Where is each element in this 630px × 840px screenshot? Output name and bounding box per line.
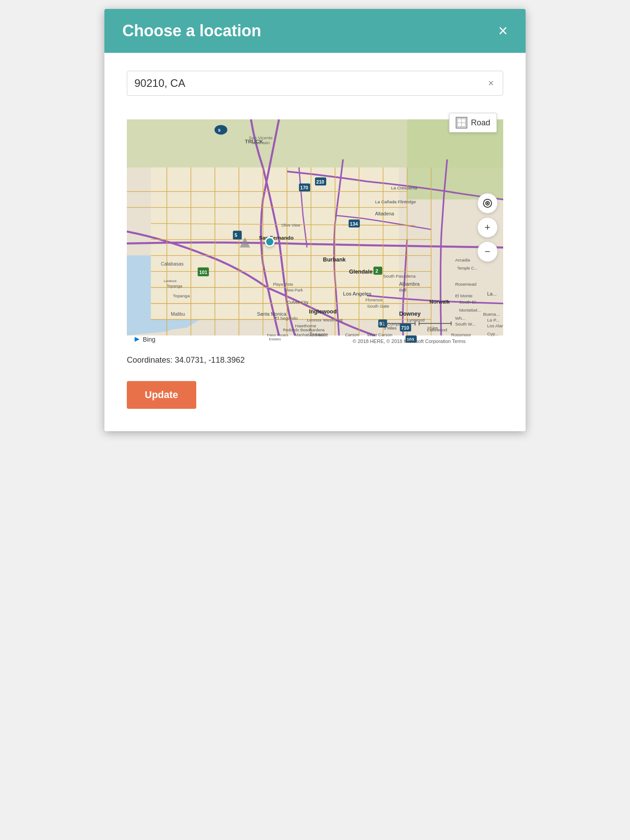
svg-text:Mountain: Mountain [252, 140, 270, 145]
svg-text:Rosemead: Rosemead [455, 282, 476, 287]
svg-text:Olive View: Olive View [281, 223, 301, 227]
svg-text:San Fernando: San Fernando [259, 235, 293, 240]
svg-text:El Segundo: El Segundo [275, 316, 298, 321]
svg-text:Topanga: Topanga [167, 284, 182, 288]
svg-text:Buena...: Buena... [483, 312, 500, 317]
svg-text:Topanga: Topanga [173, 293, 190, 298]
svg-text:La P...: La P... [487, 317, 499, 322]
svg-text:Temple C...: Temple C... [457, 266, 477, 270]
svg-text:Norwalk: Norwalk [430, 299, 450, 304]
svg-text:Inglewood: Inglewood [309, 309, 337, 315]
bing-b-icon: ► [133, 334, 141, 344]
svg-text:Glendale: Glendale [349, 269, 373, 275]
location-dot [265, 237, 275, 247]
modal-body: × [104, 53, 526, 431]
svg-text:Malibu: Malibu [171, 311, 185, 317]
bing-label: Bing [143, 336, 155, 343]
svg-text:Burbank: Burbank [323, 257, 346, 263]
svg-text:710: 710 [401, 325, 409, 330]
map-container[interactable]: San Fernando Burbank Glendale Calabasas … [127, 107, 503, 348]
close-button[interactable]: × [498, 23, 508, 39]
svg-text:Altadena: Altadena [375, 211, 394, 216]
road-label: Road [471, 118, 490, 128]
svg-text:5: 5 [234, 232, 237, 238]
svg-text:5 Miles: 5 Miles [384, 326, 397, 330]
svg-text:Manhattan Beach: Manhattan Beach [295, 333, 326, 337]
svg-text:2: 2 [375, 268, 378, 274]
svg-text:10 km: 10 km [427, 326, 438, 330]
svg-text:Alhambra: Alhambra [399, 281, 420, 287]
svg-text:Arcadia: Arcadia [455, 257, 470, 262]
map-copyright: © 2018 HERE, © 2018 Microsoft Corporatio… [315, 339, 503, 344]
svg-text:Montebel...: Montebel... [459, 308, 481, 313]
svg-text:Redondo Beach: Redondo Beach [283, 328, 312, 332]
svg-text:170: 170 [300, 185, 308, 190]
svg-text:Cyp...: Cyp... [487, 331, 499, 336]
svg-text:El Monte: El Monte [455, 293, 473, 298]
svg-text:Westmont: Westmont [323, 317, 343, 322]
svg-text:La Cañada Flintridge: La Cañada Flintridge [375, 199, 416, 204]
zoom-in-button[interactable]: + [477, 217, 498, 238]
svg-text:Rossmoor: Rossmoor [451, 332, 471, 337]
clear-search-button[interactable]: × [486, 76, 496, 91]
svg-text:Wh...: Wh... [455, 316, 466, 321]
svg-text:South W...: South W... [455, 321, 475, 326]
svg-text:La Crescenta: La Crescenta [391, 185, 418, 190]
svg-text:South Gate: South Gate [367, 304, 389, 309]
svg-text:Bell: Bell [399, 287, 406, 292]
svg-text:Los Alamit...: Los Alamit... [487, 323, 503, 328]
svg-text:Calabasas: Calabasas [161, 261, 184, 266]
svg-text:Estates: Estates [269, 337, 281, 341]
svg-text:Lennox: Lennox [307, 317, 321, 322]
road-view-button[interactable]: Road [449, 113, 497, 133]
svg-text:La...: La... [487, 291, 496, 296]
modal-header: Choose a location × [104, 9, 526, 53]
coordinates-display: Coordinates: 34.0731, -118.3962 [127, 356, 503, 365]
svg-text:San Vicente: San Vicente [249, 135, 273, 140]
locate-me-button[interactable] [477, 193, 498, 214]
zoom-out-button[interactable]: − [477, 241, 498, 262]
svg-text:View Park: View Park [285, 288, 303, 292]
svg-text:Lookout: Lookout [164, 279, 177, 283]
svg-point-82 [215, 125, 228, 134]
search-input[interactable] [134, 77, 486, 90]
svg-text:Lynwood: Lynwood [407, 317, 425, 322]
svg-text:Playa Vista: Playa Vista [273, 282, 293, 287]
svg-text:South El...: South El... [459, 300, 479, 304]
search-container: × [127, 71, 503, 96]
update-button[interactable]: Update [127, 381, 196, 409]
road-icon [456, 117, 467, 129]
location-modal: Choose a location × × [104, 9, 526, 431]
svg-text:5: 5 [218, 128, 221, 133]
svg-text:West Carson: West Carson [367, 332, 393, 337]
svg-point-118 [487, 202, 488, 204]
svg-text:134: 134 [350, 221, 358, 227]
svg-text:Carson: Carson [345, 332, 359, 337]
map-controls: + − [477, 193, 498, 262]
svg-text:Palos Verdes: Palos Verdes [267, 333, 288, 337]
svg-text:Downey: Downey [399, 311, 421, 317]
svg-text:101: 101 [199, 270, 207, 275]
svg-text:210: 210 [316, 179, 324, 184]
svg-text:South Pasadena: South Pasadena [383, 274, 416, 279]
map-svg: San Fernando Burbank Glendale Calabasas … [127, 107, 503, 348]
bing-logo: ► Bing [133, 334, 155, 344]
svg-text:Culver City: Culver City [287, 300, 308, 304]
svg-text:Los Angeles: Los Angeles [343, 291, 371, 296]
modal-title: Choose a location [122, 21, 261, 40]
svg-text:Florence: Florence [366, 297, 383, 302]
